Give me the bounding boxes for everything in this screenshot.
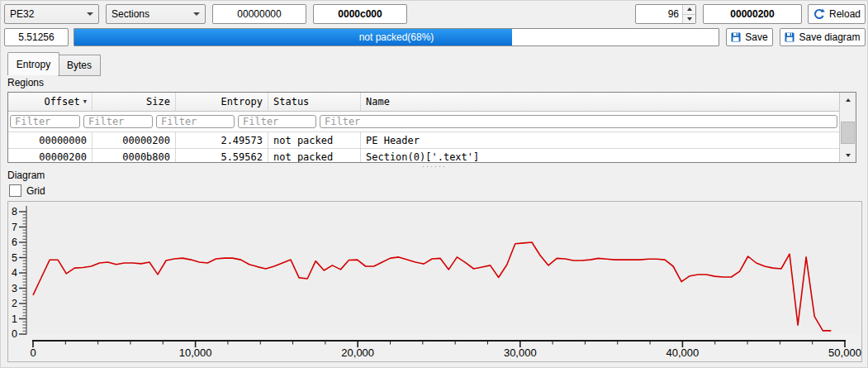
y-tick-label: 2 xyxy=(12,298,17,309)
filter-cell xyxy=(318,112,839,131)
regions-section-label: Regions xyxy=(7,77,44,88)
column-header-entropy[interactable]: Entropy xyxy=(176,93,268,111)
total-entropy-value: 5.51256 xyxy=(18,31,54,43)
file-type-combo[interactable]: PE32 xyxy=(4,4,99,24)
x-tick-label: 0 xyxy=(30,346,36,359)
count-spinbox[interactable]: 96 xyxy=(635,4,696,24)
y-tick-label: 8 xyxy=(12,206,17,217)
offset-field[interactable]: 00000000 xyxy=(212,4,306,24)
filter-cell xyxy=(82,112,154,131)
cell-name: Section(0)['.text'] xyxy=(361,149,839,162)
x-tick-label: 20,000 xyxy=(341,346,374,359)
y-tick-label: 1 xyxy=(12,313,17,325)
column-header-offset[interactable]: Offset▼ xyxy=(8,93,92,111)
plot-area xyxy=(27,206,860,334)
page-size-field[interactable]: 00000200 xyxy=(703,4,802,24)
cell-entropy: 2.49573 xyxy=(176,132,268,148)
entropy-chart: 012345678010,00020,00030,00040,00050,000 xyxy=(8,202,861,361)
column-header-label: Status xyxy=(273,96,309,108)
y-tick-label: 6 xyxy=(12,237,17,248)
cell-entropy: 5.59562 xyxy=(176,149,268,162)
filter-cell xyxy=(154,112,236,131)
cell-size: 0000b800 xyxy=(92,149,176,162)
size-value: 0000c000 xyxy=(338,8,382,20)
entropy-diagram: 012345678010,00020,00030,00040,00050,000 xyxy=(7,201,862,362)
cell-status: not packed xyxy=(268,149,361,162)
tab-entropy[interactable]: Entropy xyxy=(7,52,59,75)
column-header-status[interactable]: Status xyxy=(268,93,361,111)
filter-input-name[interactable] xyxy=(320,115,837,128)
filter-input-entropy[interactable] xyxy=(156,115,235,128)
save-label: Save xyxy=(745,31,767,43)
file-type-value: PE32 xyxy=(10,8,34,20)
triangle-down-icon xyxy=(846,154,851,157)
table-scrollbar[interactable] xyxy=(839,93,856,162)
offset-value: 00000000 xyxy=(237,8,281,20)
triangle-down-icon xyxy=(687,17,692,21)
grid-checkbox[interactable] xyxy=(9,184,21,197)
column-header-size[interactable]: Size xyxy=(92,93,176,111)
filter-input-offset[interactable] xyxy=(10,115,80,128)
y-tick-label: 4 xyxy=(12,267,17,279)
x-tick-label: 10,000 xyxy=(179,346,212,359)
grid-checkbox-label: Grid xyxy=(26,185,45,197)
tab-entropy-label: Entropy xyxy=(17,59,50,70)
cell-status: not packed xyxy=(268,132,361,148)
triangle-up-icon xyxy=(687,7,692,11)
total-entropy-field[interactable]: 5.51256 xyxy=(4,28,69,46)
x-tick-label: 50,000 xyxy=(828,346,861,359)
y-tick-label: 3 xyxy=(12,283,17,294)
regions-table: Offset▼SizeEntropyStatusName000000000000… xyxy=(7,92,856,163)
column-header-name[interactable]: Name xyxy=(361,93,839,111)
x-tick-label: 40,000 xyxy=(666,346,700,359)
count-value: 96 xyxy=(636,5,682,23)
reload-label: Reload xyxy=(829,8,861,20)
cell-offset: 00000200 xyxy=(8,149,92,162)
chevron-down-icon xyxy=(193,12,200,16)
map-mode-combo[interactable]: Sections xyxy=(106,4,206,24)
spin-up-button[interactable] xyxy=(683,5,695,14)
filter-input-size[interactable] xyxy=(83,115,153,128)
map-mode-value: Sections xyxy=(111,8,149,20)
tab-bytes-label: Bytes xyxy=(67,60,92,71)
packed-status-progressbar: not packed(68%) xyxy=(74,28,719,46)
grid-checkbox-row: Grid xyxy=(9,184,45,197)
progress-label: not packed(68%) xyxy=(74,29,719,45)
diagram-section-label: Diagram xyxy=(7,170,45,181)
filter-cell xyxy=(236,112,318,131)
save-icon xyxy=(731,32,741,42)
scroll-thumb[interactable] xyxy=(841,122,855,144)
filter-cell xyxy=(8,112,82,131)
tab-bytes[interactable]: Bytes xyxy=(58,55,101,76)
save-diagram-label: Save diagram xyxy=(799,31,860,43)
scroll-up-button[interactable] xyxy=(840,93,856,107)
die-entropy-window: PE32 Sections 00000000 0000c000 96 00000… xyxy=(0,0,868,368)
column-header-label: Size xyxy=(146,96,170,108)
triangle-up-icon xyxy=(846,98,851,102)
page-size-value: 00000200 xyxy=(730,8,774,20)
y-tick-label: 5 xyxy=(12,252,17,264)
y-tick-label: 0 xyxy=(12,328,17,340)
table-row[interactable]: 000002000000b8005.59562not packedSection… xyxy=(8,149,839,162)
column-header-label: Name xyxy=(366,96,390,108)
x-tick-label: 30,000 xyxy=(504,346,537,359)
table-row[interactable]: 00000000000002002.49573not packedPE Head… xyxy=(8,132,839,149)
cell-name: PE Header xyxy=(361,132,839,148)
save-button[interactable]: Save xyxy=(726,28,773,46)
save-diagram-button[interactable]: Save diagram xyxy=(780,28,866,46)
spin-down-button[interactable] xyxy=(683,14,695,24)
cell-offset: 00000000 xyxy=(8,132,92,148)
reload-icon xyxy=(813,8,825,21)
table-body: Offset▼SizeEntropyStatusName000000000000… xyxy=(8,93,839,162)
y-tick-label: 7 xyxy=(12,222,17,233)
sort-indicator-icon: ▼ xyxy=(83,98,87,105)
reload-button[interactable]: Reload xyxy=(808,4,866,24)
scroll-down-button[interactable] xyxy=(840,148,856,162)
column-header-label: Offset xyxy=(44,96,79,108)
save-diagram-icon xyxy=(785,32,794,42)
cell-size: 00000200 xyxy=(92,132,176,148)
size-field[interactable]: 0000c000 xyxy=(313,4,407,24)
splitter-handle[interactable]: ······ xyxy=(389,162,480,170)
chevron-down-icon xyxy=(87,12,93,16)
filter-input-status[interactable] xyxy=(238,115,316,128)
